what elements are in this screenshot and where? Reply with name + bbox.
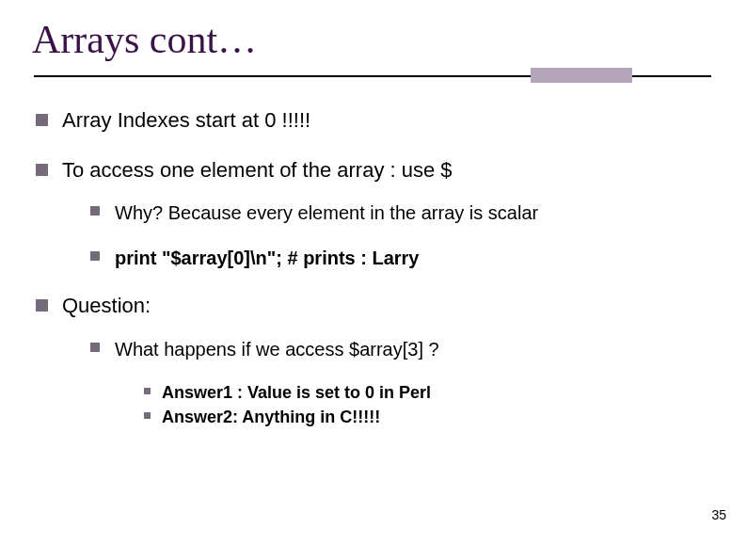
slide-number: 35: [711, 507, 726, 522]
answer-item: Answer1 : Value is set to 0 in Perl: [141, 382, 713, 404]
sub-bullet-list: Why? Because every element in the array …: [62, 200, 713, 270]
bullet-text: Answer1 : Value is set to 0 in Perl: [162, 383, 431, 402]
bullet-text: print "$array[0]\n"; # prints : Larry: [115, 248, 420, 268]
bullet-list: Array Indexes start at 0 !!!!! To access…: [34, 107, 713, 429]
sub-bullet-item: Why? Because every element in the array …: [88, 200, 713, 225]
answer-item: Answer2: Anything in C!!!!!: [141, 407, 713, 428]
divider-accent: [531, 68, 632, 83]
bullet-text: What happens if we access $array[3] ?: [115, 339, 439, 360]
bullet-text: Why? Because every element in the array …: [115, 202, 538, 223]
bullet-text: Answer2: Anything in C!!!!!: [162, 408, 380, 426]
sub-bullet-item: What happens if we access $array[3] ? An…: [88, 337, 713, 429]
sub-bullet-item: print "$array[0]\n"; # prints : Larry: [88, 246, 713, 270]
bullet-text: To access one element of the array : use…: [62, 158, 453, 182]
slide-body: Array Indexes start at 0 !!!!! To access…: [34, 107, 713, 429]
sub-sub-bullet-list: Answer1 : Value is set to 0 in Perl Answ…: [115, 382, 713, 429]
title-divider: [0, 75, 747, 90]
sub-bullet-list: What happens if we access $array[3] ? An…: [62, 337, 713, 429]
bullet-item: To access one element of the array : use…: [34, 157, 713, 271]
bullet-item: Array Indexes start at 0 !!!!!: [34, 107, 713, 135]
bullet-text: Array Indexes start at 0 !!!!!: [62, 108, 310, 132]
bullet-item: Question: What happens if we access $arr…: [34, 293, 713, 428]
slide: Arrays cont… Array Indexes start at 0 !!…: [0, 0, 747, 560]
slide-title: Arrays cont…: [32, 17, 713, 62]
bullet-text: Question:: [62, 294, 151, 317]
